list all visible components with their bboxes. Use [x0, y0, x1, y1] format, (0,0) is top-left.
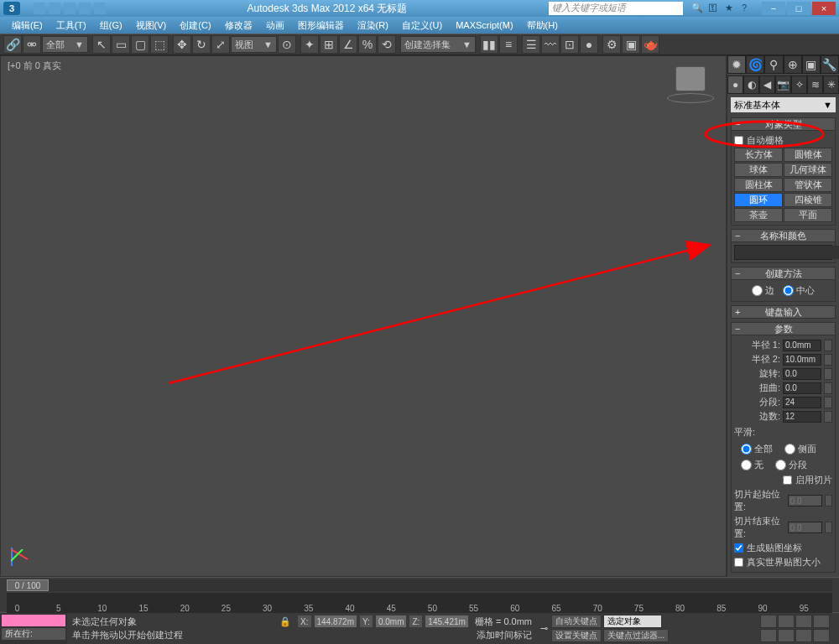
- autokey-button[interactable]: 自动关键点: [551, 615, 602, 628]
- time-slider-thumb[interactable]: 0 / 100: [7, 579, 49, 591]
- rollout-head[interactable]: 对象类型: [731, 117, 836, 131]
- subtab-space[interactable]: ≋: [807, 75, 823, 94]
- subtab-systems[interactable]: ✳: [823, 75, 839, 94]
- manip-icon[interactable]: ✦: [300, 35, 319, 54]
- time-slider[interactable]: 0 / 100: [7, 579, 832, 591]
- rollout-head[interactable]: 参数: [731, 322, 836, 335]
- tab-motion[interactable]: ⊕: [784, 55, 802, 74]
- obj-tube[interactable]: 管状体: [784, 178, 832, 192]
- nav-zoom-icon[interactable]: [778, 615, 795, 628]
- twist-spinner[interactable]: 0.0: [783, 382, 821, 394]
- qat-btn[interactable]: [64, 3, 76, 14]
- object-name-input[interactable]: [735, 246, 839, 259]
- percent-snap-icon[interactable]: %: [358, 35, 377, 54]
- keyfilters-button[interactable]: 关键点过滤器...: [603, 629, 669, 642]
- nav-fov-icon[interactable]: [813, 615, 830, 628]
- close-button[interactable]: ×: [812, 2, 836, 15]
- qat-btn[interactable]: [79, 3, 91, 14]
- menu-maxscript[interactable]: MAXScript(M): [451, 20, 518, 30]
- select-region-icon[interactable]: ▢: [131, 35, 149, 54]
- menu-customize[interactable]: 自定义(U): [397, 19, 447, 32]
- spin-icon[interactable]: [824, 340, 832, 351]
- time-ruler[interactable]: 05101520253035404550556065707580859095: [7, 593, 832, 613]
- radio-all[interactable]: 全部: [741, 443, 773, 455]
- lock-icon[interactable]: 🔒: [279, 616, 291, 627]
- tab-modify[interactable]: 🌀: [746, 55, 764, 74]
- ref-coord[interactable]: 视图▼: [231, 36, 277, 53]
- nav-orbit-icon[interactable]: [778, 629, 795, 642]
- menu-help[interactable]: 帮助(H): [522, 19, 563, 32]
- tab-display[interactable]: ▣: [802, 55, 821, 74]
- y-input[interactable]: 0.0mm: [376, 615, 407, 627]
- snap-icon[interactable]: ⊞: [320, 35, 338, 54]
- radio-center[interactable]: 中心: [783, 284, 815, 297]
- obj-cone[interactable]: 圆锥体: [784, 148, 832, 162]
- render-frame-icon[interactable]: ▣: [622, 35, 640, 54]
- autogrid-checkbox[interactable]: [734, 136, 743, 145]
- app-logo[interactable]: 3: [3, 2, 20, 15]
- segments-spinner[interactable]: 24: [783, 397, 821, 408]
- realworld-checkbox[interactable]: [734, 558, 743, 567]
- x-input[interactable]: 144.872m: [315, 615, 357, 627]
- subtab-helpers[interactable]: ✧: [791, 75, 807, 94]
- menu-create[interactable]: 创建(C): [175, 19, 216, 32]
- radius1-spinner[interactable]: 0.0mm: [783, 340, 821, 351]
- spin-icon[interactable]: [824, 382, 832, 394]
- scale-icon[interactable]: ⤢: [211, 35, 230, 54]
- category-dropdown[interactable]: 标准基本体▼: [731, 97, 836, 112]
- layers-icon[interactable]: ☰: [522, 35, 540, 54]
- genmap-checkbox[interactable]: [734, 543, 743, 553]
- rollout-head[interactable]: 键盘输入: [731, 305, 836, 319]
- move-icon[interactable]: ✥: [173, 35, 191, 54]
- nav-maxtoggle-icon[interactable]: [795, 629, 812, 642]
- viewcube[interactable]: [675, 66, 706, 91]
- mirror-icon[interactable]: ▮▮: [480, 35, 498, 54]
- obj-geosphere[interactable]: 几何球体: [784, 163, 832, 177]
- nav-zoomall-icon[interactable]: [795, 615, 812, 628]
- tab-hierarchy[interactable]: ⚲: [764, 55, 783, 74]
- pivot-icon[interactable]: ⊙: [278, 35, 296, 54]
- menu-render[interactable]: 渲染(R): [352, 19, 393, 32]
- render-setup-icon[interactable]: ⚙: [602, 35, 621, 54]
- nav-pan-icon[interactable]: [760, 615, 777, 628]
- subtab-geometry[interactable]: ●: [727, 75, 743, 94]
- maximize-button[interactable]: □: [787, 2, 810, 15]
- sides-spinner[interactable]: 12: [783, 411, 821, 423]
- render-icon[interactable]: 🫖: [641, 35, 659, 54]
- key-icon[interactable]: ⚿: [708, 3, 720, 14]
- spin-icon[interactable]: [824, 411, 832, 423]
- align-icon[interactable]: ≡: [499, 35, 518, 54]
- link-icon[interactable]: 🔗: [3, 35, 22, 54]
- selection-filter[interactable]: 全部▼: [42, 36, 88, 53]
- script-indicator[interactable]: [2, 615, 65, 626]
- obj-plane[interactable]: 平面: [784, 208, 832, 222]
- rollout-head[interactable]: 创建方法: [731, 267, 836, 280]
- tab-utilities[interactable]: 🔧: [821, 55, 839, 74]
- rollout-head[interactable]: 名称和颜色: [731, 229, 836, 242]
- radio-edge[interactable]: 边: [752, 284, 774, 297]
- menu-edit[interactable]: 编辑(E): [7, 19, 48, 32]
- obj-teapot[interactable]: 茶壶: [734, 208, 783, 222]
- obj-torus[interactable]: 圆环: [734, 193, 783, 207]
- subtab-lights[interactable]: ◀: [759, 75, 775, 94]
- tab-create[interactable]: ✹: [727, 55, 746, 74]
- key-icon[interactable]: ⊸: [540, 623, 548, 634]
- menu-animation[interactable]: 动画: [261, 19, 289, 32]
- rotation-spinner[interactable]: 0.0: [783, 368, 821, 380]
- spin-icon[interactable]: [824, 368, 832, 380]
- select-icon[interactable]: ↖: [92, 35, 111, 54]
- key-filter-sel[interactable]: 选定对象: [603, 615, 662, 628]
- radio-none[interactable]: 无: [741, 459, 763, 471]
- unlink-icon[interactable]: ⚮: [23, 35, 41, 54]
- obj-pyramid[interactable]: 四棱锥: [784, 193, 832, 207]
- search-icon[interactable]: 🔍: [691, 3, 703, 14]
- viewport[interactable]: [+0 前 0 真实: [0, 55, 727, 577]
- slice-checkbox[interactable]: [783, 475, 792, 485]
- angle-snap-icon[interactable]: ∠: [339, 35, 357, 54]
- viewcube-ring[interactable]: [667, 93, 714, 103]
- menu-modifiers[interactable]: 修改器: [220, 19, 258, 32]
- obj-sphere[interactable]: 球体: [734, 163, 783, 177]
- named-selset[interactable]: 创建选择集▼: [400, 36, 476, 53]
- radius2-spinner[interactable]: 10.0mm: [783, 354, 821, 366]
- schematic-icon[interactable]: ⊡: [560, 35, 579, 54]
